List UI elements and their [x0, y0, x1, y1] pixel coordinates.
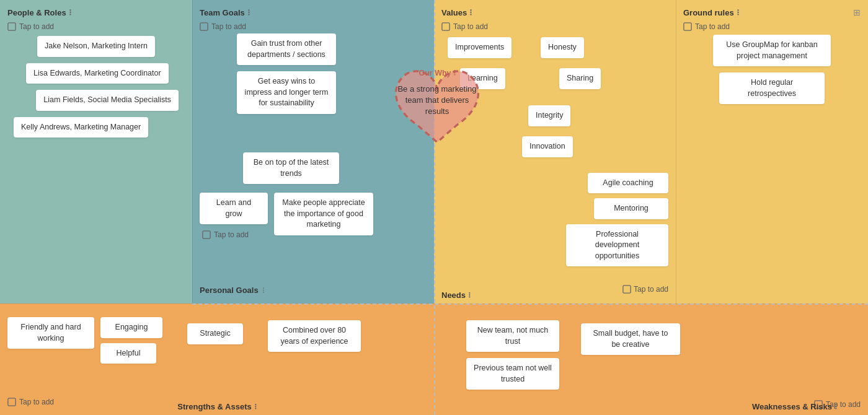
- value-card-integrity[interactable]: Integrity: [528, 105, 570, 126]
- strength-card-1[interactable]: Friendly and hard working: [7, 317, 94, 349]
- person-card-1[interactable]: Jake Nelson, Marketing Intern: [37, 36, 155, 57]
- teamgoal-card-5[interactable]: Make people appreciate the importance of…: [274, 193, 373, 235]
- team-goals-section: Team Goals ⁝ Tap to add Gain trust from …: [192, 0, 434, 304]
- value-card-sharing[interactable]: Sharing: [559, 68, 601, 89]
- weakness-card-2[interactable]: Previous team not well trusted: [466, 358, 559, 390]
- svg-rect-5: [684, 23, 691, 30]
- values-menu[interactable]: ⁝: [469, 7, 472, 17]
- ground-rules-menu[interactable]: ⁝: [737, 7, 739, 17]
- strength-card-5[interactable]: Combined over 80 years of experience: [268, 320, 361, 352]
- strength-card-4[interactable]: Strategic: [187, 323, 243, 344]
- people-roles-header: People & Roles ⁝: [7, 7, 185, 17]
- personal-goals-menu[interactable]: ⁝: [262, 286, 265, 295]
- svg-rect-6: [8, 398, 16, 406]
- value-card-learning[interactable]: Learning: [460, 68, 505, 89]
- teamgoals-tap-add[interactable]: Tap to add: [200, 22, 427, 31]
- weaknesses-menu[interactable]: ⁝: [835, 402, 837, 411]
- personal-goals-label: Personal Goals ⁝: [200, 286, 265, 295]
- need-card-1[interactable]: Agile coaching: [588, 173, 668, 194]
- strength-card-3[interactable]: Helpful: [100, 343, 156, 364]
- people-roles-section: People & Roles ⁝ Tap to add Jake Nelson,…: [0, 0, 192, 304]
- svg-rect-1: [200, 23, 208, 30]
- needs-tap-add[interactable]: Tap to add: [622, 285, 668, 294]
- value-card-improvements[interactable]: Improvements: [448, 37, 512, 58]
- needs-menu[interactable]: ⁝: [468, 290, 471, 300]
- person-card-4[interactable]: Kelly Andrews, Marketing Manager: [14, 117, 148, 138]
- weaknesses-label: Weaknesses & Risks ⁝: [752, 402, 837, 411]
- ground-rules-header: Ground rules ⁝: [683, 7, 739, 17]
- teamgoal-card-1[interactable]: Gain trust from other departments / sect…: [237, 33, 336, 65]
- values-tap-add[interactable]: Tap to add: [441, 22, 668, 31]
- personalgoals-tap-add[interactable]: Tap to add: [202, 230, 268, 239]
- teamgoal-card-3[interactable]: Be on top of the latest trends: [243, 152, 339, 184]
- svg-rect-2: [203, 231, 210, 238]
- person-card-2[interactable]: Lisa Edwards, Marketing Coordinator: [26, 63, 169, 84]
- need-card-3[interactable]: Professional development opportunities: [566, 224, 668, 267]
- filter-icon[interactable]: ⊞: [853, 7, 861, 17]
- weaknesses-section: New team, not much trust Previous team n…: [434, 304, 868, 415]
- people-roles-title: People & Roles: [7, 8, 66, 17]
- ground-rules-title: Ground rules: [683, 8, 734, 17]
- values-header: Values ⁝: [441, 7, 668, 17]
- weakness-card-3[interactable]: Small budget, have to be creative: [581, 323, 680, 355]
- people-tap-add[interactable]: Tap to add: [7, 22, 185, 31]
- value-card-innovation[interactable]: Innovation: [522, 136, 573, 157]
- needs-section: Agile coaching Mentoring Professional de…: [441, 173, 668, 267]
- strength-card-2[interactable]: Engaging: [100, 317, 162, 338]
- strengths-menu[interactable]: ⁝: [254, 402, 257, 411]
- strengths-section: Friendly and hard working Engaging Helpf…: [0, 304, 434, 415]
- strengths-tap-add[interactable]: Tap to add: [7, 398, 54, 406]
- team-goals-header: Team Goals ⁝: [200, 7, 427, 17]
- values-section: Values ⁝ Tap to add Improvements Honesty…: [434, 0, 676, 304]
- team-goals-title: Team Goals: [200, 8, 245, 17]
- team-goals-menu[interactable]: ⁝: [247, 7, 250, 17]
- strengths-label: Strengths & Assets ⁝: [177, 402, 256, 411]
- value-card-honesty[interactable]: Honesty: [541, 37, 584, 58]
- svg-rect-0: [8, 23, 16, 30]
- svg-rect-4: [623, 286, 631, 293]
- people-cards-list: Jake Nelson, Marketing Intern Lisa Edwar…: [7, 33, 185, 138]
- people-roles-menu[interactable]: ⁝: [69, 7, 71, 17]
- groundrule-card-2[interactable]: Hold regular retrospectives: [719, 72, 825, 104]
- teamgoal-card-4[interactable]: Learn and grow: [200, 193, 268, 224]
- needs-label: Needs ⁝: [441, 290, 471, 300]
- groundrules-tap-add[interactable]: Tap to add: [683, 22, 861, 31]
- groundrule-card-1[interactable]: Use GroupMap for kanban project manageme…: [713, 35, 831, 66]
- values-title: Values: [441, 8, 467, 17]
- person-card-3[interactable]: Liam Fields, Social Media Specialists: [36, 90, 179, 111]
- ground-rules-section: Ground rules ⁝ ⊞ Tap to add Use GroupMap…: [676, 0, 868, 304]
- need-card-2[interactable]: Mentoring: [594, 198, 668, 219]
- svg-rect-3: [442, 23, 450, 30]
- teamgoal-card-2[interactable]: Get easy wins to impress and longer term…: [237, 71, 336, 114]
- weakness-card-1[interactable]: New team, not much trust: [466, 320, 559, 352]
